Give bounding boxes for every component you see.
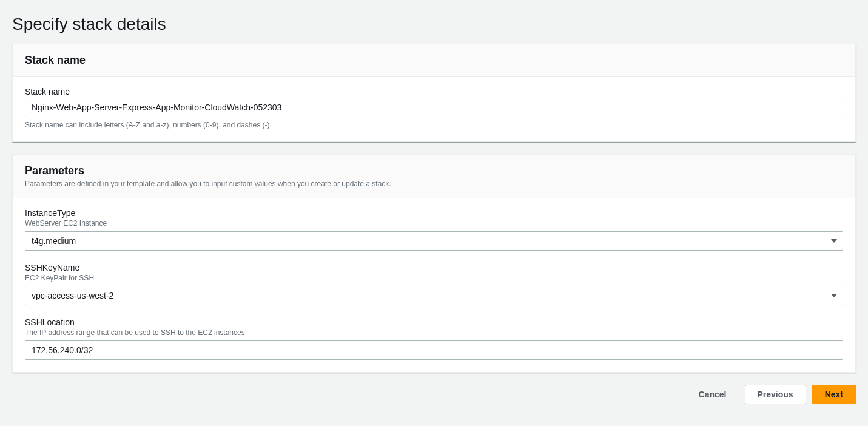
instance-type-label: InstanceType — [25, 208, 843, 218]
ssh-location-field-group: SSHLocation The IP address range that ca… — [25, 317, 843, 360]
ssh-location-hint: The IP address range that can be used to… — [25, 328, 843, 337]
parameters-panel-subtitle: Parameters are defined in your template … — [25, 180, 843, 188]
previous-button[interactable]: Previous — [745, 385, 806, 404]
stack-name-label: Stack name — [25, 87, 843, 96]
ssh-location-label: SSHLocation — [25, 317, 843, 327]
ssh-key-name-hint: EC2 KeyPair for SSH — [25, 274, 843, 282]
stack-name-panel-body: Stack name Stack name can include letter… — [13, 77, 855, 141]
button-row: Cancel Previous Next — [12, 385, 856, 404]
ssh-key-name-field-group: SSHKeyName EC2 KeyPair for SSH vpc-acces… — [25, 263, 843, 305]
ssh-location-input[interactable] — [25, 340, 843, 360]
parameters-panel-header: Parameters Parameters are defined in you… — [13, 155, 855, 198]
instance-type-hint: WebServer EC2 Instance — [25, 219, 843, 228]
stack-name-field-group: Stack name Stack name can include letter… — [25, 87, 843, 129]
ssh-key-name-select-wrapper: vpc-access-us-west-2 — [25, 286, 843, 305]
instance-type-field-group: InstanceType WebServer EC2 Instance t4g.… — [25, 208, 843, 251]
parameters-panel-body: InstanceType WebServer EC2 Instance t4g.… — [13, 198, 855, 372]
parameters-panel-title: Parameters — [25, 164, 843, 177]
cancel-button[interactable]: Cancel — [687, 385, 739, 404]
instance-type-select-wrapper: t4g.medium — [25, 231, 843, 251]
page-title: Specify stack details — [12, 15, 856, 34]
stack-name-input[interactable] — [25, 98, 843, 117]
next-button[interactable]: Next — [812, 385, 856, 404]
instance-type-select[interactable]: t4g.medium — [25, 231, 843, 251]
stack-name-panel-title: Stack name — [25, 54, 843, 67]
stack-name-panel: Stack name Stack name Stack name can inc… — [12, 44, 856, 142]
ssh-key-name-select[interactable]: vpc-access-us-west-2 — [25, 286, 843, 305]
stack-name-panel-header: Stack name — [13, 44, 855, 77]
parameters-panel: Parameters Parameters are defined in you… — [12, 154, 856, 373]
ssh-key-name-label: SSHKeyName — [25, 263, 843, 272]
stack-name-hint: Stack name can include letters (A-Z and … — [25, 121, 843, 129]
